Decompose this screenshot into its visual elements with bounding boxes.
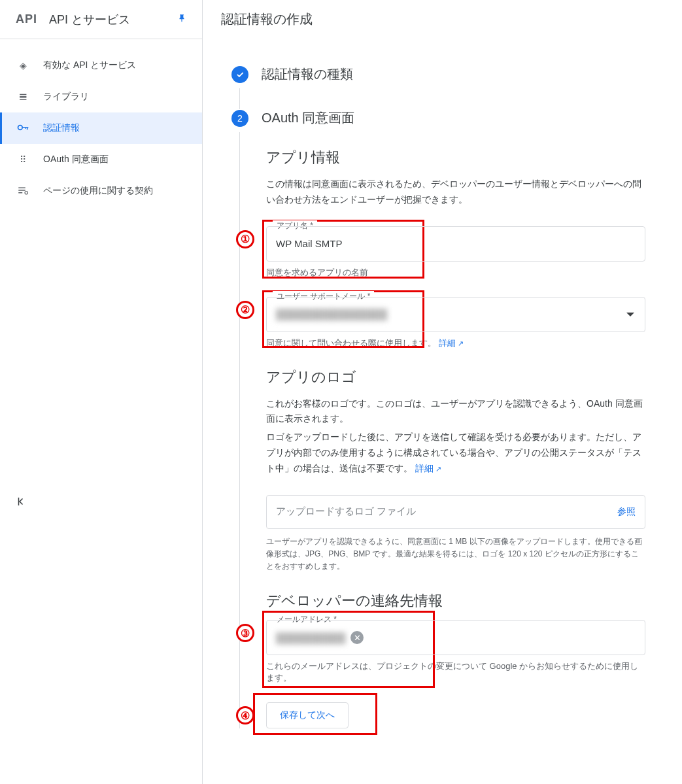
sidebar-item-credentials[interactable]: 認証情報	[0, 112, 202, 144]
api-logo: API	[16, 12, 37, 26]
app-logo-details-link[interactable]: 詳細	[415, 463, 441, 473]
browse-button[interactable]: 参照	[617, 506, 636, 518]
app-logo-desc-1: これがお客様のロゴです。このロゴは、ユーザーがアプリを認識できるよう、OAuth…	[266, 396, 645, 428]
main-content: 認証情報の作成 認証情報の種類 2 OAuth 同意画面 アプリ情報 この情報は…	[203, 0, 682, 784]
annotation-4: ④	[236, 706, 254, 724]
page-title: 認証情報の作成	[203, 0, 682, 39]
app-name-input[interactable]: WP Mail SMTP	[266, 226, 645, 262]
clear-chip-icon[interactable]: ✕	[350, 631, 364, 644]
annotation-2: ②	[236, 301, 254, 319]
step-2-badge: 2	[231, 110, 248, 127]
dev-contact-heading: デベロッパーの連絡先情報	[266, 591, 662, 611]
sidebar-header: API API とサービス	[0, 0, 202, 39]
sidebar-item-label: 有効な API とサービス	[43, 60, 136, 71]
sidebar-nav: ◈ 有効な API とサービス 𝌆 ライブラリ 認証情報 ⠿ OAuth 同意画…	[0, 39, 202, 207]
sidebar-item-label: ライブラリ	[43, 91, 89, 103]
annotation-3: ③	[236, 624, 254, 642]
sidebar-item-oauth-consent[interactable]: ⠿ OAuth 同意画面	[0, 144, 202, 175]
step-2-title: OAuth 同意画面	[262, 109, 354, 127]
save-and-continue-button[interactable]: 保存して次へ	[266, 702, 349, 728]
step-1-header[interactable]: 認証情報の種類	[231, 65, 662, 83]
logo-upload-helper: ユーザーがアプリを認識できるように、同意画面に 1 MB 以下の画像をアップロー…	[266, 536, 645, 573]
sidebar-item-label: 認証情報	[43, 122, 80, 134]
step-1-title: 認証情報の種類	[262, 65, 353, 83]
diamond-icon: ◈	[16, 60, 30, 71]
annotation-1: ①	[236, 230, 254, 248]
settings-list-icon	[16, 184, 30, 198]
logo-upload-placeholder: アップロードするロゴ ファイル	[276, 505, 416, 518]
logo-upload-field[interactable]: アップロードするロゴ ファイル 参照	[266, 495, 645, 529]
app-info-description: この情報は同意画面に表示されるため、デベロッパーのユーザー情報とデベロッパーへの…	[266, 177, 645, 208]
sidebar-item-library[interactable]: 𝌆 ライブラリ	[0, 81, 202, 112]
step-1-check-icon	[231, 66, 248, 83]
sidebar-item-enabled-apis[interactable]: ◈ 有効な API とサービス	[0, 50, 202, 81]
svg-point-1	[25, 191, 28, 194]
pin-icon[interactable]	[177, 12, 186, 26]
product-title: API とサービス	[49, 12, 165, 27]
support-email-details-link[interactable]: 詳細	[439, 338, 464, 348]
sidebar: API API とサービス ◈ 有効な API とサービス 𝌆 ライブラリ 認証…	[0, 0, 203, 784]
app-logo-heading: アプリのロゴ	[266, 367, 662, 387]
support-email-helper: 同意に関して問い合わせる際に使用します。 詳細	[266, 337, 645, 349]
library-icon: 𝌆	[16, 92, 30, 102]
app-info-heading: アプリ情報	[266, 148, 662, 167]
sidebar-item-label: ページの使用に関する契約	[43, 185, 153, 197]
dev-email-input[interactable]: ██████████ ✕	[266, 620, 645, 655]
app-name-helper: 同意を求めるアプリの名前	[266, 267, 645, 279]
dev-email-helper: これらのメールアドレスは、プロジェクトの変更について Google からお知らせ…	[266, 660, 645, 684]
collapse-sidebar-icon[interactable]	[16, 496, 27, 509]
app-logo-desc-2: ロゴをアップロードした後に、アプリを送信して確認を受ける必要があります。ただし、…	[266, 430, 645, 476]
support-email-select[interactable]: ████████████████	[266, 297, 645, 332]
consent-icon: ⠿	[16, 154, 30, 165]
key-icon	[16, 121, 30, 136]
step-2-header: 2 OAuth 同意画面	[231, 109, 662, 127]
sidebar-item-label: OAuth 同意画面	[43, 154, 109, 165]
svg-point-0	[18, 125, 23, 129]
sidebar-item-page-usage-agreements[interactable]: ページの使用に関する契約	[0, 175, 202, 207]
